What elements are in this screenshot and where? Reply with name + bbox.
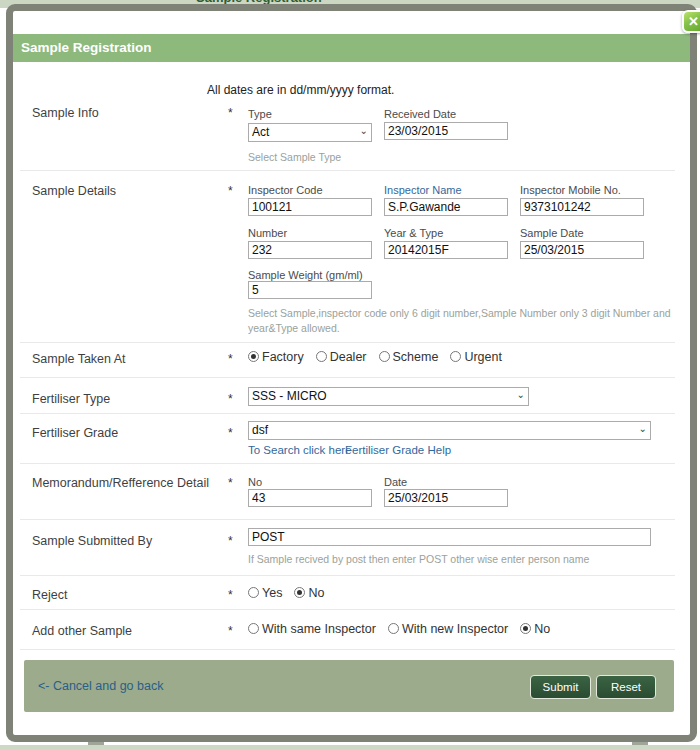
dialog-title: Sample Registration xyxy=(21,34,152,62)
dealer-radio[interactable] xyxy=(316,351,327,362)
memo-no-label: No xyxy=(248,476,262,488)
new-inspector-radio[interactable] xyxy=(388,623,399,634)
reject-yes-radio[interactable] xyxy=(248,587,259,598)
row-label-memorandum: Memorandum/Refference Detail xyxy=(32,476,209,490)
radio-option-new-inspector[interactable]: With new Inspector xyxy=(388,622,508,636)
row-label-fertiliser-type: Fertiliser Type xyxy=(32,392,110,406)
inspector-name-link[interactable]: Inspector Name xyxy=(384,184,462,196)
radio-option-urgent[interactable]: Urgent xyxy=(450,350,502,364)
year-type-input[interactable] xyxy=(384,241,508,259)
required-mark: * xyxy=(228,476,233,490)
sample-date-input[interactable] xyxy=(520,241,644,259)
row-label-sample-info: Sample Info xyxy=(32,106,99,120)
memo-date-label: Date xyxy=(384,476,407,488)
scheme-radio[interactable] xyxy=(379,351,390,362)
cancel-and-go-back-link[interactable]: <- Cancel and go back xyxy=(38,679,163,693)
radio-option-yes[interactable]: Yes xyxy=(248,586,282,600)
inspector-name-input[interactable] xyxy=(384,198,508,216)
reject-radios: YesNo xyxy=(248,586,336,600)
no-other-radio[interactable] xyxy=(520,623,531,634)
reject-no-radio[interactable] xyxy=(294,587,305,598)
background-page-footer xyxy=(0,745,700,749)
fertiliser-grade-select[interactable]: dsf xyxy=(248,421,651,440)
section-divider xyxy=(20,342,675,343)
section-divider xyxy=(20,170,675,171)
section-divider xyxy=(20,377,675,378)
close-icon: ✕ xyxy=(688,14,699,29)
submitted-by-hint: If Sample recived by post then enter POS… xyxy=(248,552,589,567)
required-mark: * xyxy=(228,184,233,198)
row-label-sample-taken-at: Sample Taken At xyxy=(32,352,126,366)
type-label: Type xyxy=(248,108,272,120)
inspector-code-label: Inspector Code xyxy=(248,184,323,196)
number-input[interactable] xyxy=(248,241,372,259)
row-label-add-other-sample: Add other Sample xyxy=(32,624,132,638)
radio-option-scheme[interactable]: Scheme xyxy=(379,350,439,364)
section-divider xyxy=(20,609,675,610)
required-mark: * xyxy=(228,352,233,366)
radio-option-no[interactable]: No xyxy=(294,586,324,600)
sample-weight-label: Sample Weight (gm/ml) xyxy=(248,269,363,281)
radio-option-factory[interactable]: Factory xyxy=(248,350,304,364)
sample-details-hint: Select Sample,inspector code only 6 digi… xyxy=(248,306,685,336)
same-inspector-radio[interactable] xyxy=(248,623,259,634)
received-date-input[interactable] xyxy=(384,122,508,140)
radio-option-no-other[interactable]: No xyxy=(520,622,550,636)
sample-type-select[interactable]: Act xyxy=(248,123,372,142)
number-label: Number xyxy=(248,227,287,239)
sample-type-select-wrap: Act ⌄ xyxy=(248,122,372,141)
inspector-mobile-label: Inspector Mobile No. xyxy=(520,184,621,196)
reset-button[interactable]: Reset xyxy=(596,675,656,699)
section-divider xyxy=(20,519,675,520)
grade-help-link[interactable]: Fertiliser Grade Help xyxy=(345,444,451,456)
close-button[interactable]: ✕ xyxy=(682,10,700,33)
fertiliser-type-select-wrap: SSS - MICRO ⌄ xyxy=(248,386,529,405)
submit-button[interactable]: Submit xyxy=(530,675,591,699)
row-label-sample-details: Sample Details xyxy=(32,184,116,198)
dialog-header: Sample Registration xyxy=(13,34,690,62)
inspector-mobile-input[interactable] xyxy=(520,198,644,216)
submitted-by-input[interactable] xyxy=(248,528,651,546)
fertiliser-type-select[interactable]: SSS - MICRO xyxy=(248,387,529,406)
year-type-label: Year & Type xyxy=(384,227,443,239)
required-mark: * xyxy=(228,106,233,120)
factory-radio[interactable] xyxy=(248,351,259,362)
sample-taken-at-radios: FactoryDealerSchemeUrgent xyxy=(248,350,514,364)
received-date-label: Received Date xyxy=(384,108,456,120)
section-divider xyxy=(20,649,675,650)
sample-type-hint: Select Sample Type xyxy=(248,150,341,165)
fertiliser-grade-select-wrap: dsf ⌄ xyxy=(248,420,651,439)
row-label-sample-submitted-by: Sample Submitted By xyxy=(32,534,152,548)
required-mark: * xyxy=(228,588,233,602)
section-divider xyxy=(20,413,675,414)
radio-option-same-inspector[interactable]: With same Inspector xyxy=(248,622,376,636)
required-mark: * xyxy=(228,392,233,406)
sample-registration-dialog: Sample Registration All dates are in dd/… xyxy=(6,4,697,742)
page-background: Sample Registration Sample Registration … xyxy=(0,0,700,749)
required-mark: * xyxy=(228,426,233,440)
sample-date-label: Sample Date xyxy=(520,227,584,239)
inspector-code-input[interactable] xyxy=(248,198,372,216)
add-other-sample-radios: With same InspectorWith new InspectorNo xyxy=(248,622,562,636)
radio-option-dealer[interactable]: Dealer xyxy=(316,350,367,364)
row-label-reject: Reject xyxy=(32,588,67,602)
memo-no-input[interactable] xyxy=(248,489,372,507)
required-mark: * xyxy=(228,534,233,548)
urgent-radio[interactable] xyxy=(450,351,461,362)
memo-date-input[interactable] xyxy=(384,489,508,507)
date-format-note: All dates are in dd/mm/yyyy format. xyxy=(207,83,394,97)
section-divider xyxy=(20,463,675,464)
required-mark: * xyxy=(228,624,233,638)
section-divider xyxy=(20,575,675,576)
grade-search-link[interactable]: To Search click here xyxy=(248,444,352,456)
row-label-fertiliser-grade: Fertiliser Grade xyxy=(32,426,118,440)
sample-weight-input[interactable] xyxy=(248,281,372,299)
